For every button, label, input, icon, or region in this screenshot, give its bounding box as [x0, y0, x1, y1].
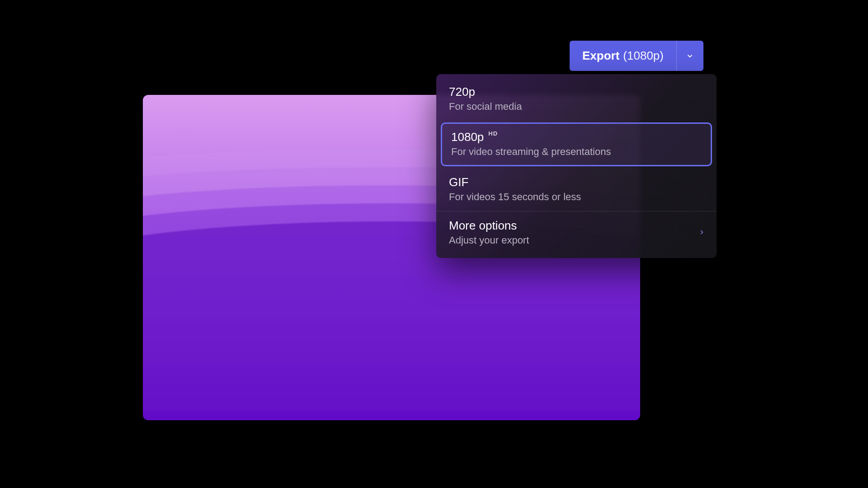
option-subtitle: For video streaming & presentations — [451, 146, 702, 158]
option-subtitle: Adjust your export — [449, 235, 704, 246]
option-title: More options — [449, 219, 517, 233]
option-title: 1080p — [451, 130, 484, 144]
chevron-down-icon — [686, 52, 694, 60]
option-subtitle: For videos 15 seconds or less — [449, 191, 704, 203]
export-button[interactable]: Export (1080p) — [570, 41, 676, 71]
export-option-720p[interactable]: 720p For social media — [436, 78, 717, 121]
chevron-right-icon — [698, 227, 705, 239]
export-option-1080p[interactable]: 1080p HD For video streaming & presentat… — [441, 122, 712, 166]
export-dropdown-toggle[interactable] — [676, 41, 703, 71]
option-title: GIF — [449, 175, 468, 189]
export-option-gif[interactable]: GIF For videos 15 seconds or less — [436, 168, 717, 211]
export-split-button: Export (1080p) — [570, 41, 703, 71]
export-button-label: Export — [582, 49, 619, 63]
export-button-suffix: (1080p) — [623, 49, 664, 63]
export-quality-menu: 720p For social media 1080p HD For video… — [436, 74, 717, 258]
hd-badge: HD — [488, 130, 498, 137]
export-more-options[interactable]: More options Adjust your export — [436, 211, 717, 254]
option-title: 720p — [449, 85, 475, 99]
option-subtitle: For social media — [449, 101, 704, 113]
